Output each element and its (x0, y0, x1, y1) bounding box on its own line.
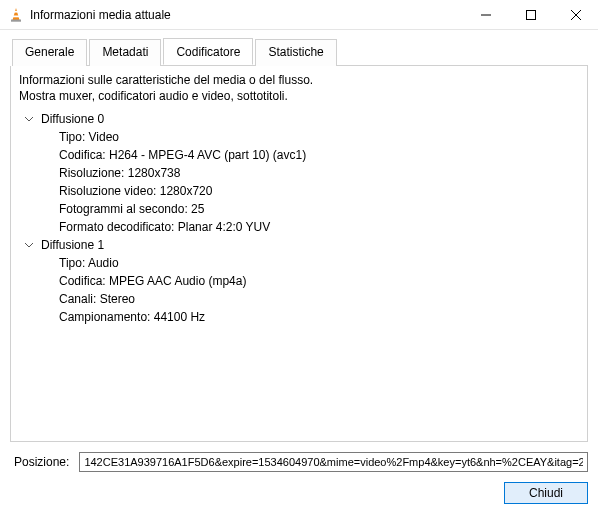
tab-bar: Generale Metadati Codificatore Statistic… (12, 38, 588, 66)
window-title: Informazioni media attuale (30, 8, 463, 22)
svg-rect-3 (11, 19, 21, 21)
panel-description: Informazioni sulle caratteristiche del m… (19, 72, 579, 104)
tab-codec[interactable]: Codificatore (163, 38, 253, 65)
codec-tree: Diffusione 0Tipo: VideoCodifica: H264 - … (19, 110, 579, 326)
stream-property: Fotogrammi al secondo: 25 (59, 200, 579, 218)
stream-property: Risoluzione: 1280x738 (59, 164, 579, 182)
stream-header[interactable]: Diffusione 1 (23, 236, 579, 254)
stream-property: Codifica: MPEG AAC Audio (mp4a) (59, 272, 579, 290)
stream-property: Tipo: Video (59, 128, 579, 146)
stream-property: Campionamento: 44100 Hz (59, 308, 579, 326)
location-field[interactable] (79, 452, 588, 472)
stream-property: Codifica: H264 - MPEG-4 AVC (part 10) (a… (59, 146, 579, 164)
svg-marker-0 (13, 8, 20, 20)
vlc-cone-icon (8, 7, 24, 23)
stream-property: Risoluzione video: 1280x720 (59, 182, 579, 200)
chevron-down-icon[interactable] (23, 114, 35, 124)
stream-header[interactable]: Diffusione 0 (23, 110, 579, 128)
stream-property: Formato decodificato: Planar 4:2:0 YUV (59, 218, 579, 236)
svg-rect-2 (12, 15, 19, 17)
desc-line-1: Informazioni sulle caratteristiche del m… (19, 72, 579, 88)
tab-general[interactable]: Generale (12, 39, 87, 66)
maximize-button[interactable] (508, 0, 553, 30)
stream-title: Diffusione 1 (41, 238, 104, 252)
minimize-button[interactable] (463, 0, 508, 30)
chevron-down-icon[interactable] (23, 240, 35, 250)
location-label: Posizione: (14, 455, 69, 469)
stream-property: Canali: Stereo (59, 290, 579, 308)
close-button[interactable]: Chiudi (504, 482, 588, 504)
tab-metadata[interactable]: Metadati (89, 39, 161, 66)
desc-line-2: Mostra muxer, codificatori audio e video… (19, 88, 579, 104)
stream-title: Diffusione 0 (41, 112, 104, 126)
codec-panel: Informazioni sulle caratteristiche del m… (10, 66, 588, 442)
stream-property: Tipo: Audio (59, 254, 579, 272)
svg-rect-1 (13, 11, 19, 13)
close-window-button[interactable] (553, 0, 598, 30)
svg-rect-5 (526, 10, 535, 19)
tab-stats[interactable]: Statistiche (255, 39, 336, 66)
